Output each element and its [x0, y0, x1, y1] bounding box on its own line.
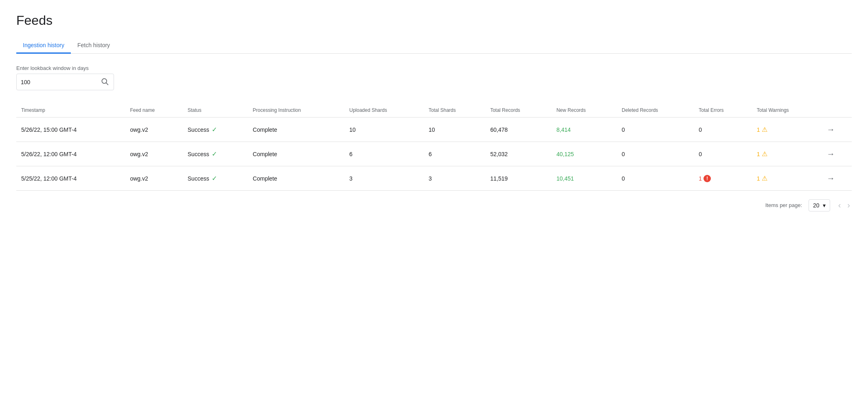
search-input[interactable] — [21, 79, 100, 85]
cell-timestamp: 5/26/22, 15:00 GMT-4 — [16, 118, 125, 142]
cell-status: Success✓ — [183, 142, 248, 166]
cell-status: Success✓ — [183, 118, 248, 142]
tab-ingestion-history[interactable]: Ingestion history — [16, 38, 71, 54]
col-total-errors: Total Errors — [694, 103, 752, 118]
warning-count: 1 — [757, 126, 760, 133]
col-processing-instruction: Processing Instruction — [248, 103, 344, 118]
cell-timestamp: 5/25/22, 12:00 GMT-4 — [16, 166, 125, 191]
status-text: Success — [188, 126, 209, 133]
search-button[interactable] — [100, 76, 110, 87]
pagination-row: Items per page: 20 ▾ ‹ › — [16, 199, 852, 211]
warning-triangle-icon: ⚠ — [762, 126, 767, 133]
table-row: 5/26/22, 15:00 GMT-4owg.v2Success✓Comple… — [16, 118, 852, 142]
cell-processing-instruction: Complete — [248, 166, 344, 191]
row-navigate-button[interactable]: → — [826, 125, 835, 134]
warning-count: 1 — [757, 151, 760, 157]
cell-total-records: 60,478 — [485, 118, 552, 142]
warning-count: 1 — [757, 175, 760, 182]
col-total-records: Total Records — [485, 103, 552, 118]
cell-uploaded-shards: 3 — [344, 166, 424, 191]
cell-total-shards: 6 — [424, 142, 485, 166]
prev-page-button[interactable]: ‹ — [837, 199, 843, 211]
search-icon — [101, 77, 109, 85]
items-per-page-value: 20 — [813, 202, 820, 209]
cell-new-records: 40,125 — [552, 142, 617, 166]
cell-total-shards: 10 — [424, 118, 485, 142]
cell-uploaded-shards: 10 — [344, 118, 424, 142]
cell-total-shards: 3 — [424, 166, 485, 191]
cell-total-records: 11,519 — [485, 166, 552, 191]
cell-total-errors: 1! — [694, 166, 752, 191]
search-box — [16, 74, 114, 90]
col-timestamp: Timestamp — [16, 103, 125, 118]
cell-total-warnings: 1⚠ — [752, 142, 822, 166]
row-navigate-button[interactable]: → — [826, 149, 835, 159]
error-count: 1 — [699, 175, 702, 182]
success-check-icon: ✓ — [212, 174, 217, 182]
error-count: 0 — [699, 126, 702, 133]
cell-processing-instruction: Complete — [248, 118, 344, 142]
col-total-warnings: Total Warnings — [752, 103, 822, 118]
success-check-icon: ✓ — [212, 150, 217, 158]
cell-uploaded-shards: 6 — [344, 142, 424, 166]
tab-fetch-history[interactable]: Fetch history — [71, 38, 116, 54]
cell-deleted-records: 0 — [617, 142, 694, 166]
next-page-button[interactable]: › — [846, 199, 852, 211]
col-action — [822, 103, 852, 118]
items-per-page-select[interactable]: 20 ▾ — [809, 199, 830, 211]
cell-nav[interactable]: → — [822, 118, 852, 142]
cell-total-errors: 0 — [694, 118, 752, 142]
cell-new-records: 10,451 — [552, 166, 617, 191]
col-feed-name: Feed name — [125, 103, 182, 118]
error-circle-icon: ! — [704, 175, 711, 182]
cell-processing-instruction: Complete — [248, 142, 344, 166]
cell-nav[interactable]: → — [822, 142, 852, 166]
search-label: Enter lookback window in days — [16, 65, 852, 71]
svg-line-1 — [106, 83, 108, 85]
success-check-icon: ✓ — [212, 126, 217, 133]
row-navigate-button[interactable]: → — [826, 174, 835, 183]
cell-feed-name: owg.v2 — [125, 142, 182, 166]
warning-triangle-icon: ⚠ — [762, 174, 767, 182]
error-count: 0 — [699, 151, 702, 157]
tabs-container: Ingestion history Fetch history — [16, 38, 852, 54]
cell-total-warnings: 1⚠ — [752, 166, 822, 191]
cell-feed-name: owg.v2 — [125, 118, 182, 142]
status-text: Success — [188, 175, 209, 182]
col-uploaded-shards: Uploaded Shards — [344, 103, 424, 118]
col-total-shards: Total Shards — [424, 103, 485, 118]
warning-triangle-icon: ⚠ — [762, 150, 767, 158]
col-new-records: New Records — [552, 103, 617, 118]
col-status: Status — [183, 103, 248, 118]
dropdown-chevron-icon: ▾ — [823, 202, 826, 209]
table-row: 5/26/22, 12:00 GMT-4owg.v2Success✓Comple… — [16, 142, 852, 166]
pagination-nav: ‹ › — [837, 199, 852, 211]
table-row: 5/25/22, 12:00 GMT-4owg.v2Success✓Comple… — [16, 166, 852, 191]
cell-timestamp: 5/26/22, 12:00 GMT-4 — [16, 142, 125, 166]
col-deleted-records: Deleted Records — [617, 103, 694, 118]
search-section: Enter lookback window in days — [16, 65, 852, 90]
cell-total-errors: 0 — [694, 142, 752, 166]
cell-deleted-records: 0 — [617, 166, 694, 191]
cell-total-records: 52,032 — [485, 142, 552, 166]
cell-deleted-records: 0 — [617, 118, 694, 142]
cell-nav[interactable]: → — [822, 166, 852, 191]
ingestion-table: Timestamp Feed name Status Processing In… — [16, 103, 852, 191]
status-text: Success — [188, 151, 209, 157]
page-title: Feeds — [16, 13, 852, 28]
cell-status: Success✓ — [183, 166, 248, 191]
cell-total-warnings: 1⚠ — [752, 118, 822, 142]
cell-feed-name: owg.v2 — [125, 166, 182, 191]
items-per-page-label: Items per page: — [765, 202, 802, 208]
table-header-row: Timestamp Feed name Status Processing In… — [16, 103, 852, 118]
cell-new-records: 8,414 — [552, 118, 617, 142]
